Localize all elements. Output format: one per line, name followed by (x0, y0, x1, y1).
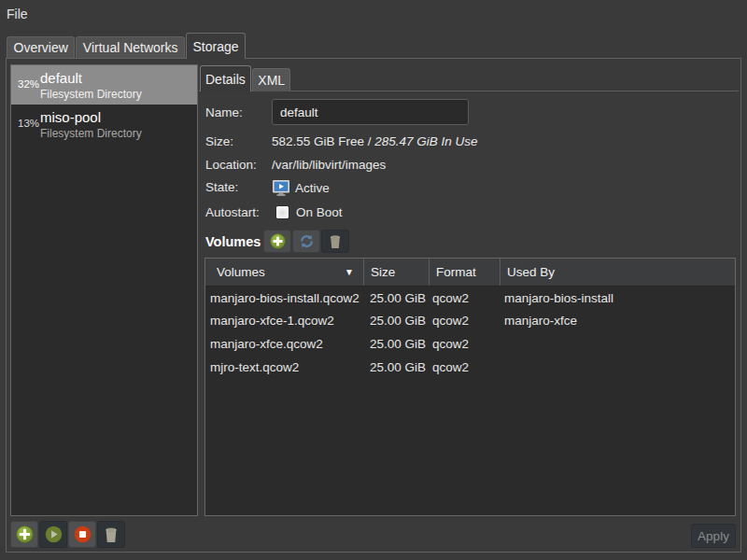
trash-icon (328, 233, 343, 249)
tab-overview[interactable]: Overview (7, 36, 75, 60)
pool-name: default (40, 70, 82, 86)
sort-descending-icon: ▼ (345, 267, 354, 277)
pool-running-icon (272, 179, 290, 196)
volume-row[interactable]: manjaro-xfce-1.qcow2 25.00 GiB qcow2 man… (205, 310, 735, 333)
refresh-icon (299, 233, 315, 249)
tab-storage[interactable]: Storage (186, 33, 246, 59)
column-header-size[interactable]: Size (364, 259, 430, 286)
state-label: State: (205, 180, 238, 194)
location-value: /var/lib/libvirt/images (272, 158, 386, 172)
pool-usage-percent: 13% (18, 118, 39, 129)
stop-pool-button[interactable] (68, 521, 96, 548)
pool-list-item-miso-pool[interactable]: 13% miso-pool Filesystem Directory (11, 105, 197, 144)
volumes-table-header: Volumes ▼ Size Format Used By (205, 259, 735, 287)
size-value: 582.55 GiB Free / 285.47 GiB In Use (272, 134, 478, 148)
apply-button[interactable]: Apply (691, 524, 736, 548)
plus-icon (16, 525, 34, 543)
pool-toolbar (10, 521, 126, 548)
location-label: Location: (205, 158, 257, 172)
plus-icon (270, 233, 286, 249)
pool-type: Filesystem Directory (40, 127, 142, 140)
column-header-used-by[interactable]: Used By (500, 259, 735, 286)
connection-details-window: File Overview Virtual Networks Storage 3… (0, 0, 747, 560)
pool-name-input[interactable] (272, 99, 469, 125)
add-volume-button[interactable] (263, 230, 291, 253)
pool-usage-percent: 32% (18, 78, 39, 90)
volume-toolbar (263, 230, 350, 253)
menubar: File (0, 0, 747, 28)
delete-pool-button[interactable] (97, 521, 125, 548)
detail-tabstrip: Details XML (200, 65, 292, 91)
column-header-volumes[interactable]: Volumes ▼ (205, 259, 364, 286)
delete-volume-button[interactable] (321, 230, 349, 253)
state-value: Active (295, 181, 330, 195)
pool-name: miso-pool (40, 109, 101, 125)
volume-row[interactable]: manjaro-xfce.qcow2 25.00 GiB qcow2 (205, 332, 735, 356)
trash-icon (103, 525, 120, 543)
state-value-row: Active (272, 179, 330, 196)
volume-row[interactable]: mjro-text.qcow2 25.00 GiB qcow2 (205, 356, 735, 379)
main-tabstrip: Overview Virtual Networks Storage (7, 33, 247, 59)
autostart-checkbox[interactable] (275, 205, 289, 219)
add-pool-button[interactable] (10, 521, 38, 548)
size-label: Size: (205, 134, 233, 148)
stop-icon (74, 525, 92, 543)
pool-type: Filesystem Directory (40, 88, 142, 101)
storage-pool-list: 32% default Filesystem Directory 13% mis… (10, 64, 198, 516)
tab-virtual-networks[interactable]: Virtual Networks (76, 36, 185, 60)
tab-xml[interactable]: XML (252, 68, 290, 91)
volumes-table: Volumes ▼ Size Format Used By manjaro-bi… (204, 258, 736, 516)
menu-file[interactable]: File (0, 0, 39, 28)
name-label: Name: (205, 105, 243, 119)
start-pool-button[interactable] (39, 521, 67, 548)
play-icon (45, 525, 63, 543)
refresh-volumes-button[interactable] (292, 230, 320, 253)
pool-list-item-default[interactable]: 32% default Filesystem Directory (11, 65, 197, 105)
autostart-label: Autostart: (205, 205, 260, 219)
autostart-value: On Boot (296, 205, 343, 219)
volumes-section-label: Volumes (205, 234, 261, 249)
autostart-row: On Boot (275, 205, 343, 219)
tab-details[interactable]: Details (200, 65, 251, 91)
volume-row[interactable]: manjaro-bios-install.qcow2 25.00 GiB qco… (205, 287, 735, 310)
column-header-format[interactable]: Format (430, 259, 500, 286)
